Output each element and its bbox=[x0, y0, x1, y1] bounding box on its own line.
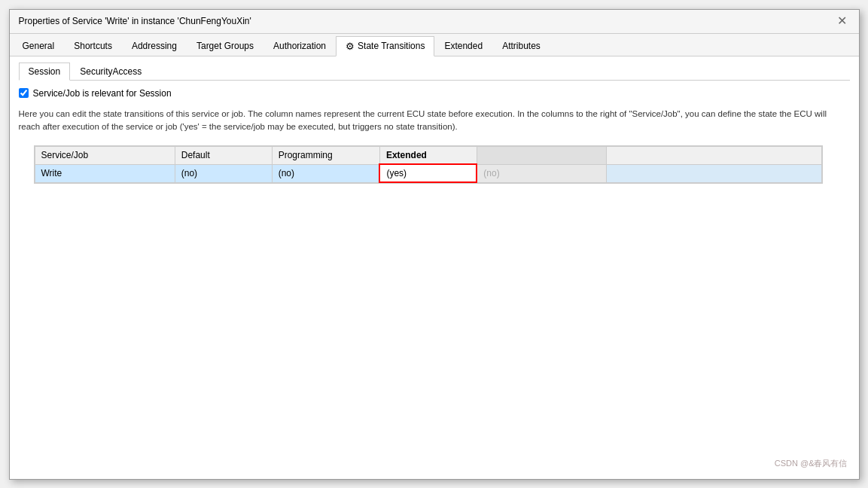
tab-addressing[interactable]: Addressing bbox=[122, 36, 187, 56]
session-relevant-checkbox[interactable] bbox=[19, 88, 29, 98]
tab-target-groups[interactable]: Target Groups bbox=[187, 36, 263, 56]
gear-icon: ⚙ bbox=[346, 41, 355, 52]
checkbox-row: Service/Job is relevant for Session bbox=[19, 88, 850, 99]
cell-extended: (yes) bbox=[379, 164, 477, 182]
state-transitions-table: Service/Job Default Programming Extended… bbox=[35, 146, 823, 183]
cell-empty bbox=[606, 164, 822, 182]
table-row: Write (no) (no) (yes) (no) bbox=[35, 164, 822, 182]
description-text: Here you can edit the state transitions … bbox=[19, 108, 850, 134]
table-wrapper: Service/Job Default Programming Extended… bbox=[34, 145, 824, 184]
tab-state-transitions[interactable]: ⚙ State Transitions bbox=[336, 36, 434, 56]
tab-attributes[interactable]: Attributes bbox=[492, 36, 550, 56]
watermark: CSDN @&春风有信 bbox=[775, 458, 848, 469]
sub-tab-bar: Session SecurityAccess bbox=[19, 63, 850, 81]
col-extended: Extended bbox=[379, 147, 477, 165]
tab-authorization[interactable]: Authorization bbox=[263, 36, 336, 56]
sub-tab-session[interactable]: Session bbox=[19, 63, 71, 81]
cell-default: (no) bbox=[175, 164, 272, 182]
title-bar: Properties of Service 'Write' in instanc… bbox=[10, 10, 859, 34]
dialog: Properties of Service 'Write' in instanc… bbox=[9, 9, 860, 480]
table-header-row: Service/Job Default Programming Extended bbox=[35, 147, 822, 165]
col-empty bbox=[606, 147, 822, 165]
close-button[interactable]: ✕ bbox=[834, 15, 850, 27]
tab-general[interactable]: General bbox=[13, 36, 65, 56]
cell-programming: (no) bbox=[272, 164, 379, 182]
dialog-title: Properties of Service 'Write' in instanc… bbox=[19, 16, 251, 26]
col-default: Default bbox=[175, 147, 272, 165]
content-area: Session SecurityAccess Service/Job is re… bbox=[10, 56, 859, 479]
tab-bar: General Shortcuts Addressing Target Grou… bbox=[10, 34, 859, 56]
checkbox-label: Service/Job is relevant for Session bbox=[33, 88, 172, 99]
col-programming: Programming bbox=[272, 147, 379, 165]
cell-service-job: Write bbox=[35, 164, 175, 182]
col-service-job: Service/Job bbox=[35, 147, 175, 165]
tab-shortcuts[interactable]: Shortcuts bbox=[64, 36, 122, 56]
cell-blurred: (no) bbox=[477, 164, 606, 182]
col-blurred bbox=[477, 147, 606, 165]
tab-extended[interactable]: Extended bbox=[434, 36, 492, 56]
sub-tab-security-access[interactable]: SecurityAccess bbox=[70, 63, 151, 80]
